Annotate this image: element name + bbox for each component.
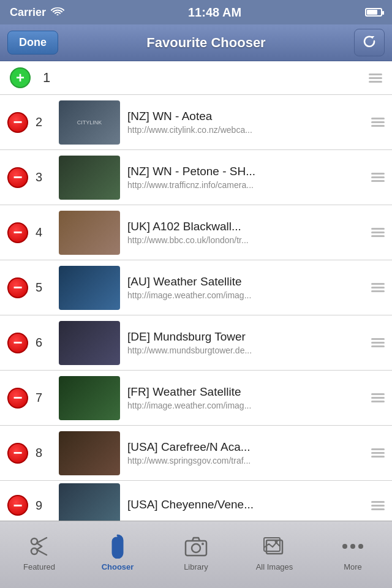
- cam-name-8: [USA] Carefree/N Aca...: [127, 440, 364, 454]
- cam-name-4: [UK] A102 Blackwall...: [127, 220, 364, 233]
- row-2-number: 2: [36, 115, 51, 129]
- scissors-icon: [26, 533, 53, 560]
- status-time: 11:48 AM: [188, 6, 241, 20]
- delete-button-5[interactable]: [7, 277, 28, 298]
- delete-button-9[interactable]: [7, 495, 28, 516]
- table-row: 5 [AU] Weather Satellite http://image.we…: [0, 260, 392, 315]
- cam-url-6: http://www.mundsburgtower.de...: [127, 345, 364, 355]
- svg-line-2: [37, 538, 47, 543]
- cam-info-5: [AU] Weather Satellite http://image.weat…: [127, 275, 364, 300]
- refresh-icon: [362, 34, 377, 48]
- svg-point-14: [358, 544, 363, 549]
- svg-line-3: [37, 550, 47, 556]
- svg-line-5: [37, 546, 42, 550]
- dots-icon: [339, 533, 366, 560]
- cam-url-3: http://www.trafficnz.info/camera...: [127, 180, 364, 190]
- delete-button-7[interactable]: [7, 388, 28, 409]
- tab-allimages[interactable]: All Images: [235, 521, 314, 588]
- tab-chooser-label: Chooser: [102, 562, 134, 571]
- svg-point-12: [342, 544, 347, 549]
- favourites-list: + 1 2 CITYLINK [NZ] WN - Aotea http://ww…: [0, 61, 392, 545]
- row-7-drag-handle[interactable]: [371, 393, 385, 402]
- delete-button-2[interactable]: [7, 112, 28, 133]
- table-row: 8 [USA] Carefree/N Aca... http://www.spr…: [0, 426, 392, 481]
- row-6-drag-handle[interactable]: [371, 338, 385, 347]
- row-4-drag-handle[interactable]: [371, 228, 385, 237]
- wifi-icon: [51, 6, 64, 19]
- status-right: [365, 8, 382, 17]
- svg-point-7: [192, 544, 200, 552]
- table-row: 2 CITYLINK [NZ] WN - Aotea http://www.ci…: [0, 95, 392, 150]
- delete-button-3[interactable]: [7, 167, 28, 188]
- row-2-drag-handle[interactable]: [371, 118, 385, 127]
- add-button[interactable]: +: [10, 67, 31, 88]
- thumbnail-5: [59, 266, 120, 310]
- row-4-number: 4: [36, 225, 51, 239]
- svg-line-4: [37, 543, 42, 547]
- row-5-drag-handle[interactable]: [371, 283, 385, 292]
- table-row: 4 [UK] A102 Blackwall... http://www.bbc.…: [0, 205, 392, 260]
- thumbnail-8: [59, 431, 120, 475]
- table-row: 3 [NZ] WN - Petone - SH... http://www.tr…: [0, 150, 392, 205]
- cam-name-3: [NZ] WN - Petone - SH...: [127, 165, 364, 178]
- row-6-number: 6: [36, 336, 51, 350]
- svg-point-8: [202, 543, 204, 545]
- row-8-drag-handle[interactable]: [371, 448, 385, 458]
- refresh-button[interactable]: [354, 29, 385, 56]
- cam-info-6: [DE] Mundsburg Tower http://www.mundsbur…: [127, 330, 364, 355]
- add-row: + 1: [0, 61, 392, 95]
- tab-chooser[interactable]: Chooser: [78, 521, 157, 588]
- tab-library-label: Library: [184, 562, 208, 571]
- row-9-drag-handle[interactable]: [371, 501, 385, 510]
- thumbnail-2: CITYLINK: [59, 100, 120, 145]
- cam-name-6: [DE] Mundsburg Tower: [127, 330, 364, 344]
- row-9-number: 9: [36, 499, 51, 513]
- cam-name-9: [USA] Cheyenne/Vene...: [127, 498, 364, 511]
- thumbnail-3: [59, 156, 120, 200]
- thumbnail-7: [59, 376, 120, 420]
- cam-info-4: [UK] A102 Blackwall... http://www.bbc.co…: [127, 220, 364, 245]
- row-7-number: 7: [36, 391, 51, 405]
- cam-url-8: http://www.springsgov.com/traf...: [127, 456, 364, 466]
- clip-icon: [104, 533, 131, 560]
- cam-info-3: [NZ] WN - Petone - SH... http://www.traf…: [127, 165, 364, 190]
- delete-button-6[interactable]: [7, 333, 28, 353]
- table-row: 7 [FR] Weather Satellite http://image.we…: [0, 371, 392, 426]
- status-bar: Carrier 11:48 AM: [0, 0, 392, 24]
- tab-more[interactable]: More: [314, 521, 392, 588]
- delete-button-4[interactable]: [7, 222, 28, 243]
- tab-bar: Featured Chooser Library: [0, 521, 392, 588]
- battery-icon: [365, 8, 382, 17]
- table-row: 6 [DE] Mundsburg Tower http://www.mundsb…: [0, 315, 392, 371]
- cam-info-8: [USA] Carefree/N Aca... http://www.sprin…: [127, 440, 364, 466]
- row-3-number: 3: [36, 170, 51, 184]
- row-3-drag-handle[interactable]: [371, 173, 385, 182]
- thumbnail-6: [59, 321, 120, 365]
- tab-library[interactable]: Library: [157, 521, 235, 588]
- cam-url-5: http://image.weather.com/imag...: [127, 290, 364, 300]
- cam-url-7: http://image.weather.com/imag...: [127, 401, 364, 410]
- cam-url-4: http://www.bbc.co.uk/london/tr...: [127, 235, 364, 245]
- status-left: Carrier: [10, 6, 64, 19]
- row-1-number: 1: [43, 70, 61, 86]
- tab-featured-label: Featured: [23, 562, 55, 571]
- carrier-label: Carrier: [10, 6, 46, 19]
- delete-button-8[interactable]: [7, 443, 28, 464]
- tab-featured[interactable]: Featured: [0, 521, 78, 588]
- tab-more-label: More: [344, 562, 362, 571]
- cam-name-5: [AU] Weather Satellite: [127, 275, 364, 288]
- svg-point-13: [350, 544, 355, 549]
- images-icon: [261, 533, 288, 560]
- camera-icon: [183, 533, 209, 560]
- thumbnail-4: [59, 211, 120, 255]
- row-1-drag-handle[interactable]: [369, 74, 382, 83]
- row-5-number: 5: [36, 281, 51, 295]
- cam-info-2: [NZ] WN - Aotea http://www.citylink.co.n…: [127, 110, 364, 135]
- done-button[interactable]: Done: [7, 31, 58, 55]
- cam-name-7: [FR] Weather Satellite: [127, 385, 364, 399]
- svg-point-11: [275, 540, 278, 543]
- nav-title: Favourite Chooser: [146, 35, 265, 51]
- cam-info-7: [FR] Weather Satellite http://image.weat…: [127, 385, 364, 410]
- tab-allimages-label: All Images: [256, 562, 293, 571]
- cam-info-9: [USA] Cheyenne/Vene...: [127, 498, 364, 513]
